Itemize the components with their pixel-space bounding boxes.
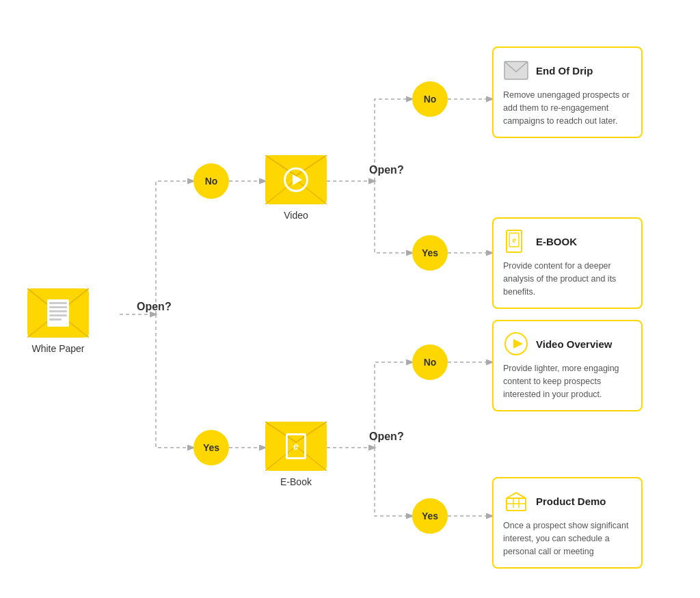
result-card-end-of-drip: End Of Drip Remove unengaged prospects o… — [492, 46, 643, 138]
yes-circle-2: Yes — [412, 235, 448, 271]
svg-marker-20 — [513, 339, 523, 349]
ebook-node: e E-Book — [265, 422, 327, 487]
video-card-icon — [503, 331, 529, 357]
video-label: Video — [284, 210, 308, 221]
svg-rect-21 — [507, 498, 526, 511]
ebook-card-text: Provide content for a deeper analysis of… — [503, 260, 632, 298]
video-overview-title: Video Overview — [536, 338, 612, 350]
no-circle-2: No — [412, 81, 448, 117]
end-of-drip-text: Remove unengaged prospects or add them t… — [503, 89, 632, 127]
result-card-video-overview: Video Overview Provide lighter, more eng… — [492, 320, 643, 411]
result-card-header-1: End Of Drip — [503, 57, 632, 83]
question-open-1: Open? — [137, 301, 172, 313]
ebook-card-icon: e — [503, 228, 529, 254]
email-gray-icon — [503, 57, 529, 83]
svg-text:e: e — [512, 236, 516, 244]
yes-circle-3: Yes — [412, 498, 448, 534]
product-demo-title: Product Demo — [536, 495, 606, 507]
ebook-label: E-Book — [280, 476, 312, 487]
diagram-container: White Paper Open? No Yes Video — [0, 0, 700, 598]
white-paper-label: White Paper — [31, 343, 84, 354]
product-demo-text: Once a prospect show significant interes… — [503, 519, 632, 558]
no-circle-3: No — [412, 344, 448, 380]
box-card-icon — [503, 488, 529, 514]
result-card-header-3: Video Overview — [503, 331, 632, 357]
yes-circle-1: Yes — [193, 430, 229, 465]
no-circle-1: No — [193, 163, 229, 199]
video-node: Video — [265, 155, 327, 221]
ebook-card-title: E-BOOK — [536, 236, 577, 247]
question-open-3: Open? — [369, 431, 404, 443]
white-paper-node: White Paper — [27, 288, 89, 354]
video-overview-text: Provide lighter, more engaging content t… — [503, 362, 632, 400]
result-card-ebook: e E-BOOK Provide content for a deeper an… — [492, 217, 643, 309]
question-open-2: Open? — [369, 164, 404, 176]
result-card-header-2: e E-BOOK — [503, 228, 632, 254]
end-of-drip-title: End Of Drip — [536, 65, 593, 77]
result-card-product-demo: Product Demo Once a prospect show signif… — [492, 477, 643, 569]
result-card-header-4: Product Demo — [503, 488, 632, 514]
